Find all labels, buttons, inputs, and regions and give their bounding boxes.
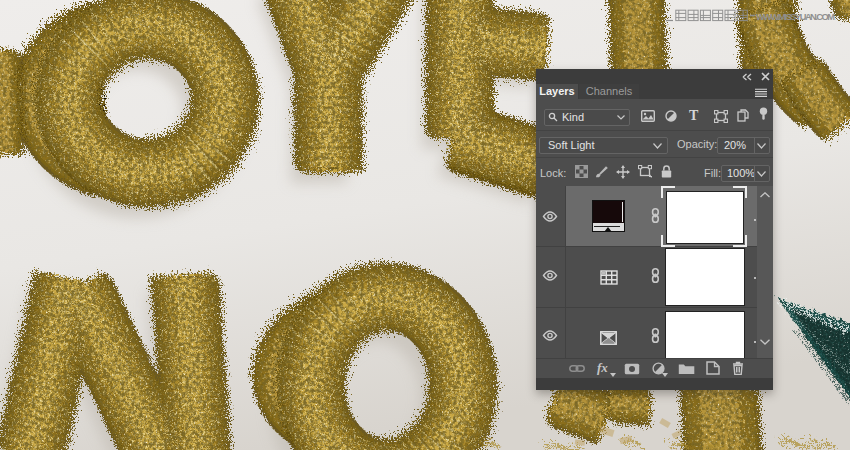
svg-text:WWW.MISSYUAN.COM: WWW.MISSYUAN.COM	[756, 12, 835, 22]
